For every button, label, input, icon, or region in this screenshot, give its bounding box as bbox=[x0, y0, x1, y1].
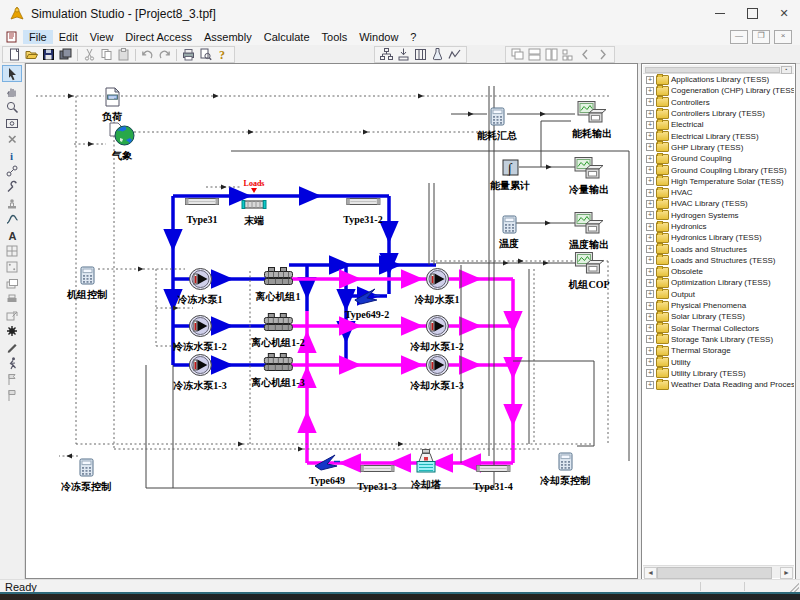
flag-a-tool[interactable] bbox=[3, 371, 21, 386]
mdi-restore-button[interactable]: ❐ bbox=[752, 30, 770, 44]
library-horizontal-scrollbar[interactable]: ◄ ► bbox=[643, 565, 794, 578]
assembly-canvas[interactable]: 负荷气象Type31Loads末端Type31-2能耗汇总能耗输出∫能量累计冷量… bbox=[25, 63, 638, 579]
expand-icon[interactable]: + bbox=[646, 177, 654, 185]
library-item[interactable]: +Electrical Library (TESS) bbox=[643, 130, 794, 141]
resize-grip[interactable] bbox=[790, 583, 799, 592]
expand-icon[interactable]: + bbox=[646, 302, 654, 310]
library-item[interactable]: +Utility Library (TESS) bbox=[643, 368, 794, 379]
expand-icon[interactable]: + bbox=[646, 143, 654, 151]
probe-icon[interactable] bbox=[430, 47, 445, 62]
library-item[interactable]: +Utility bbox=[643, 356, 794, 367]
component-温度输出[interactable]: 温度输出 bbox=[569, 211, 609, 251]
component-能量累计[interactable]: ∫能量累计 bbox=[490, 159, 530, 192]
expand-icon[interactable]: + bbox=[646, 87, 654, 95]
library-item[interactable]: +GHP Library (TESS) bbox=[643, 142, 794, 153]
menu-edit[interactable]: Edit bbox=[53, 30, 84, 44]
component-冷却水泵1[interactable]: 冷却水泵1 bbox=[415, 268, 460, 306]
component-冷量输出[interactable]: 冷量输出 bbox=[569, 156, 609, 196]
library-item[interactable]: +Obsolete bbox=[643, 266, 794, 277]
help-icon[interactable]: ? bbox=[215, 47, 230, 62]
component-冷冻泵控制[interactable]: 冷冻泵控制 bbox=[61, 458, 111, 493]
link-tool[interactable] bbox=[3, 163, 21, 178]
cut-icon[interactable] bbox=[82, 47, 97, 62]
component-负荷[interactable]: 负荷 bbox=[102, 87, 122, 123]
component-Type31-4[interactable]: Type31-4 bbox=[473, 459, 512, 493]
save-all-icon[interactable] bbox=[58, 47, 73, 62]
menu-calculate[interactable]: Calculate bbox=[258, 30, 316, 44]
expand-icon[interactable]: + bbox=[646, 279, 654, 287]
insert-component-icon[interactable] bbox=[396, 47, 411, 62]
menu-file[interactable]: File bbox=[23, 30, 53, 44]
library-item[interactable]: +HVAC bbox=[643, 187, 794, 198]
arrange-icons-icon[interactable] bbox=[561, 47, 576, 62]
component-能耗输出[interactable]: 能耗输出 bbox=[572, 100, 612, 140]
close-button[interactable]: ✕ bbox=[768, 0, 800, 27]
library-item[interactable]: +Optimization Library (TESS) bbox=[643, 277, 794, 288]
expand-icon[interactable]: + bbox=[646, 200, 654, 208]
delete-tool[interactable] bbox=[3, 131, 21, 146]
hierarchy-icon[interactable] bbox=[379, 47, 394, 62]
minimize-button[interactable] bbox=[704, 0, 736, 27]
component-冷却泵控制[interactable]: 冷却泵控制 bbox=[540, 452, 590, 487]
menu-assembly[interactable]: Assembly bbox=[198, 30, 258, 44]
plot-tool[interactable] bbox=[3, 211, 21, 226]
select-tool[interactable] bbox=[2, 65, 22, 82]
library-item[interactable]: +Thermal Storage bbox=[643, 345, 794, 356]
component-Type31[interactable]: Type31 bbox=[184, 192, 220, 226]
new-icon[interactable] bbox=[7, 47, 22, 62]
layers-tool[interactable] bbox=[3, 275, 21, 290]
trace-icon[interactable] bbox=[447, 47, 462, 62]
grid-a-tool[interactable] bbox=[3, 243, 21, 258]
expand-icon[interactable]: + bbox=[646, 223, 654, 231]
expand-icon[interactable]: + bbox=[646, 211, 654, 219]
menu-window[interactable]: Window bbox=[353, 30, 404, 44]
expand-icon[interactable]: + bbox=[646, 268, 654, 276]
library-item[interactable]: +Cogeneration (CHP) Library (TESS) bbox=[643, 85, 794, 96]
library-item[interactable]: +Weather Data Reading and Process bbox=[643, 379, 794, 390]
library-item[interactable]: +Solar Library (TESS) bbox=[643, 311, 794, 322]
scroll-right-arrow[interactable]: ► bbox=[780, 567, 793, 579]
cascade-icon[interactable] bbox=[510, 47, 525, 62]
library-item[interactable]: +Applications Library (TESS) bbox=[643, 74, 794, 85]
component-气象[interactable]: 气象 bbox=[109, 122, 135, 162]
component-机组控制[interactable]: 机组控制 bbox=[67, 266, 107, 301]
expand-icon[interactable]: + bbox=[646, 335, 654, 343]
pan-tool[interactable] bbox=[3, 83, 21, 98]
library-item[interactable]: +Hydronics bbox=[643, 221, 794, 232]
library-item[interactable]: +Hydrogen Systems bbox=[643, 210, 794, 221]
mdi-close-button[interactable]: × bbox=[774, 30, 792, 44]
component-冷却水泵1-2[interactable]: 冷却水泵1-2 bbox=[410, 315, 463, 353]
library-item[interactable]: +Ground Coupling Library (TESS) bbox=[643, 164, 794, 175]
print-small-tool[interactable] bbox=[3, 291, 21, 306]
text-tool[interactable]: A bbox=[3, 227, 21, 242]
table-icon[interactable] bbox=[413, 47, 428, 62]
open-icon[interactable] bbox=[24, 47, 39, 62]
component-Type649[interactable]: Type649 bbox=[309, 453, 345, 487]
scroll-left-arrow[interactable]: ◄ bbox=[644, 567, 657, 579]
component-温度[interactable]: 温度 bbox=[499, 215, 519, 250]
library-item[interactable]: +Hydronics Library (TESS) bbox=[643, 232, 794, 243]
print-preview-icon[interactable] bbox=[198, 47, 213, 62]
component-能耗汇总[interactable]: 能耗汇总 bbox=[477, 107, 517, 142]
copy-icon[interactable] bbox=[99, 47, 114, 62]
expand-icon[interactable]: + bbox=[646, 189, 654, 197]
expand-icon[interactable]: + bbox=[646, 347, 654, 355]
snapshot-tool[interactable] bbox=[3, 115, 21, 130]
previous-window-icon[interactable] bbox=[578, 47, 593, 62]
flag-b-tool[interactable] bbox=[3, 387, 21, 402]
expand-icon[interactable]: + bbox=[646, 98, 654, 106]
menu-tools[interactable]: Tools bbox=[316, 30, 354, 44]
component-Type31-2[interactable]: Type31-2 bbox=[343, 192, 382, 226]
save-icon[interactable] bbox=[41, 47, 56, 62]
component-冷却塔[interactable]: 冷却塔 bbox=[411, 449, 441, 491]
library-item[interactable]: +Controllers Library (TESS) bbox=[643, 108, 794, 119]
paste-icon[interactable] bbox=[116, 47, 131, 62]
component-冷却水泵1-3[interactable]: 冷却水泵1-3 bbox=[410, 354, 463, 392]
library-item[interactable]: +HVAC Library (TESS) bbox=[643, 198, 794, 209]
info-tool[interactable]: i bbox=[3, 147, 21, 162]
expand-icon[interactable]: + bbox=[646, 381, 654, 389]
library-item[interactable]: +Ground Coupling bbox=[643, 153, 794, 164]
expand-icon[interactable]: + bbox=[646, 132, 654, 140]
library-item[interactable]: +Storage Tank Library (TESS) bbox=[643, 334, 794, 345]
component-离心机组1-2[interactable]: 离心机组1-2 bbox=[251, 313, 304, 349]
